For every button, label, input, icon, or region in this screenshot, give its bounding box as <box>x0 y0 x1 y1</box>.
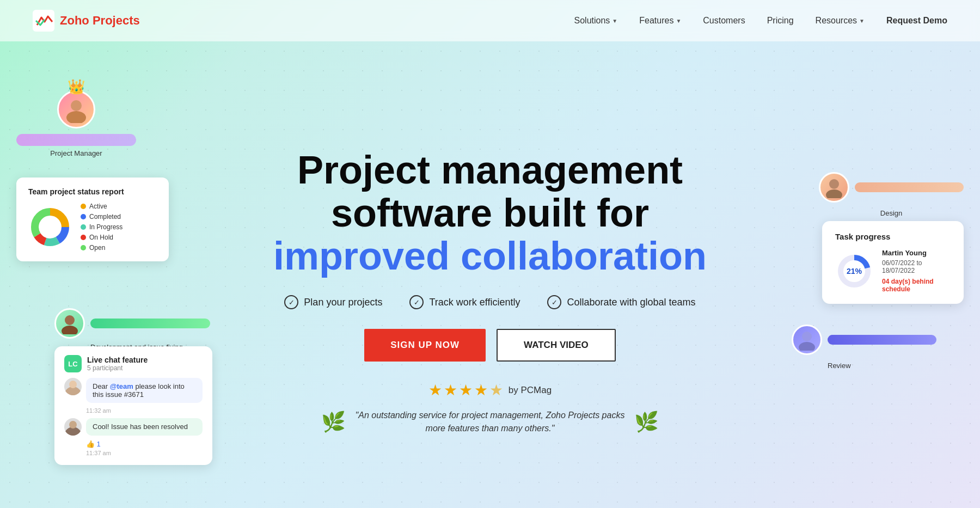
legend-inprogress-dot <box>81 224 86 230</box>
legend-completed-label: Completed <box>89 213 121 221</box>
hero-rating: ★ ★ ★ ★ ★ by PCMag <box>428 381 552 399</box>
rating-source: by PCMag <box>509 385 552 396</box>
chat-avatar-2 <box>64 418 82 436</box>
hero-title-colored: improved collaboration <box>273 234 707 278</box>
legend-open: Open <box>81 244 122 252</box>
legend-open-label: Open <box>89 244 105 252</box>
pm-avatar-wrap: 👑 <box>57 90 95 128</box>
design-avatar-wrap <box>819 172 964 203</box>
report-title: Team project status report <box>28 187 157 196</box>
design-avatar <box>819 172 849 203</box>
status-report-card: Team project status report Active <box>16 178 169 261</box>
quote-text: "An outstanding service for project mana… <box>354 409 626 435</box>
report-legend: Active Completed In Progress On Hold Ope… <box>81 203 122 252</box>
nav-request-demo[interactable]: Request Demo <box>886 16 947 26</box>
chat-like: 👍 1 <box>86 440 203 448</box>
hero-quote: 🌿 "An outstanding service for project ma… <box>321 409 659 435</box>
svg-point-10 <box>65 315 75 325</box>
legend-completed: Completed <box>81 213 122 221</box>
hero-feature-2-label: Track work efficiently <box>429 297 520 308</box>
chat-time-1: 11:32 am <box>86 407 203 414</box>
nav-customers[interactable]: Customers <box>703 16 745 26</box>
chat-title-wrap: Live chat feature 5 participant <box>87 356 148 372</box>
float-review-card: Review <box>792 325 936 370</box>
task-progress-card: Task progress 21% Martin Young 06/07/202… <box>822 221 964 304</box>
legend-open-dot <box>81 245 86 250</box>
star-half: ★ <box>489 381 503 399</box>
nav-features[interactable]: Features ▼ <box>639 16 681 26</box>
logo[interactable]: Zoho Projects <box>33 10 140 32</box>
crown-icon: 👑 <box>68 78 85 95</box>
check-circle-3: ✓ <box>547 295 561 309</box>
nav-resources[interactable]: Resources ▼ <box>816 16 865 26</box>
design-label: Design <box>880 209 902 217</box>
logo-text: Zoho Projects <box>60 14 140 28</box>
dev-avatar-wrap <box>54 308 210 339</box>
float-pm-card: 👑 Project Manager <box>16 90 136 157</box>
review-label: Review <box>828 362 851 370</box>
donut-chart <box>28 205 72 249</box>
hero-feature-1-label: Plan your projects <box>304 297 382 308</box>
chat-time-2: 11:37 am <box>86 450 203 456</box>
legend-active: Active <box>81 203 122 210</box>
legend-onhold-dot <box>81 235 86 240</box>
task-info: Martin Young 06/07/2022 to 18/07/2022 04… <box>882 249 951 293</box>
legend-inprogress-label: In Progress <box>89 223 122 231</box>
legend-onhold: On Hold <box>81 234 122 241</box>
task-dates: 06/07/2022 to 18/07/2022 <box>882 259 951 274</box>
legend-onhold-label: On Hold <box>89 234 113 241</box>
pm-progress-bar <box>16 134 136 146</box>
navbar: Zoho Projects Solutions ▼ Features ▼ Cus… <box>0 0 980 41</box>
signup-button[interactable]: SIGN UP NOW <box>364 329 486 362</box>
chat-message-2: Cool! Issue has been resolved <box>64 418 203 436</box>
chat-card: LC Live chat feature 5 participant Dear … <box>54 346 212 465</box>
svg-point-16 <box>829 179 839 189</box>
hero-feature-3-label: Collaborate with global teams <box>567 297 695 308</box>
svg-point-17 <box>826 189 842 198</box>
star-4: ★ <box>474 381 488 399</box>
task-title: Task progress <box>835 232 951 241</box>
nav-links: Solutions ▼ Features ▼ Customers Pricing… <box>574 16 947 26</box>
chat-icon: LC <box>64 355 82 372</box>
resources-chevron-icon: ▼ <box>859 18 865 24</box>
svg-point-15 <box>69 421 77 429</box>
hero-section: 👑 Project Manager Team project status re… <box>0 41 980 508</box>
svg-point-13 <box>69 381 77 388</box>
nav-solutions[interactable]: Solutions ▼ <box>574 16 618 26</box>
dev-avatar <box>54 308 85 339</box>
star-3: ★ <box>459 381 473 399</box>
task-name: Martin Young <box>882 249 951 257</box>
review-progress-bar <box>828 335 936 345</box>
star-1: ★ <box>428 381 442 399</box>
chat-message-1: Dear @team please look into this issue #… <box>64 378 203 403</box>
star-2: ★ <box>444 381 457 399</box>
report-body: Active Completed In Progress On Hold Ope… <box>28 203 157 252</box>
hero-buttons: SIGN UP NOW WATCH VIDEO <box>364 329 616 362</box>
design-progress-bar <box>855 182 964 192</box>
svg-point-9 <box>39 216 61 238</box>
chat-sub: 5 participant <box>87 364 148 372</box>
legend-active-label: Active <box>89 203 107 210</box>
task-donut: 21% <box>835 252 873 290</box>
svg-point-11 <box>62 326 78 334</box>
chat-avatar-1 <box>64 378 82 395</box>
svg-point-1 <box>71 100 82 111</box>
nav-pricing[interactable]: Pricing <box>767 16 794 26</box>
legend-active-dot <box>81 204 86 209</box>
svg-point-2 <box>66 111 86 123</box>
dev-progress-bar <box>90 319 210 328</box>
task-percent: 21% <box>847 267 862 276</box>
float-dev-card: Development and issue fixing <box>54 308 210 351</box>
hero-feature-2: ✓ Track work efficiently <box>409 295 520 309</box>
svg-point-21 <box>802 332 812 341</box>
hero-title: Project management software built for im… <box>273 149 707 278</box>
task-body: 21% Martin Young 06/07/2022 to 18/07/202… <box>835 249 951 293</box>
task-behind: 04 day(s) behind schedule <box>882 278 951 293</box>
legend-inprogress: In Progress <box>81 223 122 231</box>
hero-features: ✓ Plan your projects ✓ Track work effici… <box>284 295 695 309</box>
laurel-right: 🌿 <box>634 411 659 433</box>
pm-label: Project Manager <box>50 149 102 157</box>
watch-video-button[interactable]: WATCH VIDEO <box>497 329 616 362</box>
hero-feature-1: ✓ Plan your projects <box>284 295 382 309</box>
chat-title: Live chat feature <box>87 356 148 364</box>
